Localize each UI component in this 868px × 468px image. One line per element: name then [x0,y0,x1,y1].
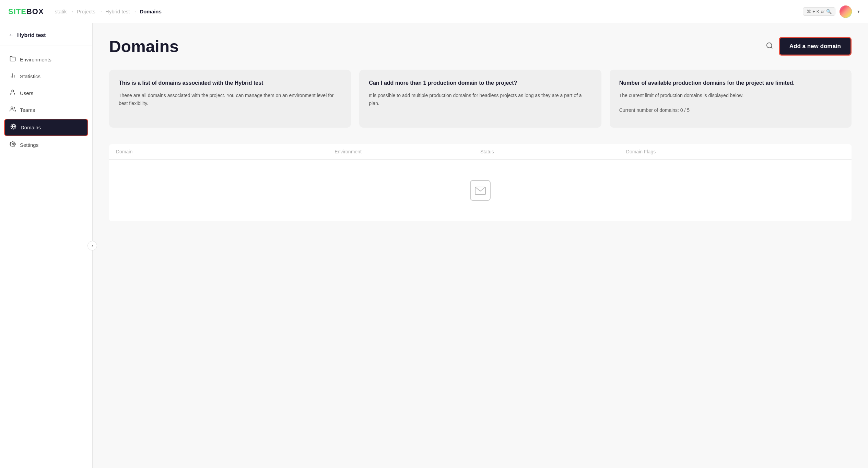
bar-chart-icon [10,72,16,80]
breadcrumb-arrow-2: → [98,9,103,14]
info-cards: This is a list of domains associated wit… [109,70,852,128]
table-col-status: Status [480,149,626,154]
breadcrumb-statik[interactable]: statik [55,9,67,14]
sidebar-item-environments[interactable]: Environments [4,51,88,68]
globe-icon [10,124,16,131]
sidebar-domains-label: Domains [21,125,41,130]
folder-icon [10,56,16,63]
add-domain-button[interactable]: Add a new domain [779,37,852,56]
navbar: SITEBOX statik → Projects → Hybrid test … [0,0,868,23]
kbd-cmd: ⌘ [807,9,811,14]
sidebar-nav: Environments Statistics Users Teams [0,51,92,153]
search-button[interactable] [766,42,773,51]
sidebar-item-settings[interactable]: Settings [4,137,88,153]
info-card-1-text: These are all domains associated with th… [119,92,341,107]
info-card-3: Number of available production domains f… [610,70,852,128]
breadcrumb: statik → Projects → Hybrid test → Domain… [55,9,162,14]
info-card-3-text2: Current number of domains: 0 / 5 [619,106,842,114]
sidebar-item-statistics[interactable]: Statistics [4,68,88,84]
sidebar-item-teams[interactable]: Teams [4,102,88,118]
settings-icon [10,141,16,149]
svg-point-7 [12,143,14,145]
sidebar-item-users[interactable]: Users [4,85,88,101]
info-card-1: This is a list of domains associated wit… [109,70,351,128]
page-header-actions: Add a new domain [766,37,852,56]
keyboard-shortcut: ⌘ + K or 🔍 [803,7,835,16]
back-arrow-icon: ← [8,32,14,39]
main-content: Domains Add a new domain This is a list … [93,23,868,468]
navbar-right: ⌘ + K or 🔍 ▾ [803,5,860,18]
table-col-domain: Domain [116,149,335,154]
sidebar-settings-label: Settings [20,142,38,148]
page-title: Domains [109,37,179,56]
info-card-2-title: Can I add more than 1 production domain … [369,79,591,87]
logo-box: BOX [26,7,44,16]
avatar[interactable] [840,5,852,18]
info-card-1-title: This is a list of domains associated wit… [119,79,341,87]
search-icon-kbd: 🔍 [826,9,832,14]
sidebar: ← Hybrid test Environments Statistics [0,23,93,468]
info-card-2-text: It is possible to add multiple productio… [369,92,591,107]
sidebar-environments-label: Environments [20,57,51,62]
sidebar-divider [0,46,92,46]
kbd-k: K [817,9,820,14]
sidebar-statistics-label: Statistics [20,73,40,79]
page-header: Domains Add a new domain [109,37,852,56]
table-empty-state [109,160,852,221]
svg-point-3 [12,90,14,92]
breadcrumb-arrow-3: → [133,9,137,14]
svg-line-9 [771,47,772,48]
breadcrumb-domains[interactable]: Domains [140,9,162,14]
table-col-environment: Environment [335,149,480,154]
table-header: Domain Environment Status Domain Flags [109,144,852,160]
user-icon [10,89,16,97]
svg-point-4 [11,107,13,109]
logo: SITEBOX [8,7,44,16]
avatar-image [840,5,852,18]
kbd-plus: + [812,9,815,14]
sidebar-back-button[interactable]: ← Hybrid test [0,32,92,46]
users-icon [10,106,16,114]
svg-point-8 [767,43,772,48]
sidebar-project-name: Hybrid test [17,32,46,38]
chevron-down-icon[interactable]: ▾ [857,9,860,14]
breadcrumb-hybrid-test[interactable]: Hybrid test [105,9,130,14]
empty-envelope-icon [470,180,491,201]
logo-site: SITE [8,7,26,16]
domains-table: Domain Environment Status Domain Flags [109,144,852,221]
sidebar-users-label: Users [20,90,33,96]
sidebar-item-domains[interactable]: Domains [4,119,88,136]
info-card-3-text1: The current limit of production domains … [619,92,842,99]
info-card-3-title: Number of available production domains f… [619,79,842,87]
breadcrumb-projects[interactable]: Projects [77,9,95,14]
navbar-left: SITEBOX statik → Projects → Hybrid test … [8,7,162,16]
breadcrumb-arrow-1: → [70,9,74,14]
sidebar-collapse-button[interactable]: ‹ [87,241,97,250]
info-card-2: Can I add more than 1 production domain … [359,70,601,128]
layout: ← Hybrid test Environments Statistics [0,23,868,468]
kbd-or: or [821,9,825,14]
sidebar-teams-label: Teams [20,107,35,113]
table-col-flags: Domain Flags [626,149,845,154]
